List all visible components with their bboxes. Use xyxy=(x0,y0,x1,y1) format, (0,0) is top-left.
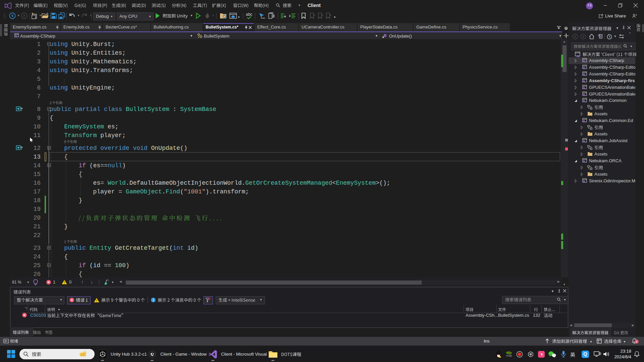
svg-text:1: 1 xyxy=(636,340,637,343)
